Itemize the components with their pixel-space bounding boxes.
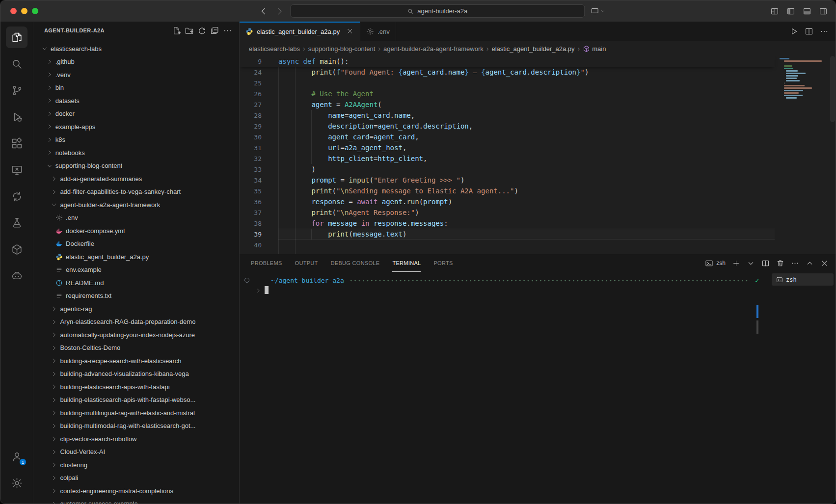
zoom-window-button[interactable] <box>32 8 38 14</box>
tree-item-bin[interactable]: bin <box>33 81 239 95</box>
chevron-right-icon[interactable] <box>51 188 58 196</box>
line-number[interactable]: 31 <box>240 144 278 152</box>
tree-item-requirements.txt[interactable]: requirements.txt <box>33 290 239 303</box>
tree-item-colpali[interactable]: colpali <box>33 472 239 485</box>
line-number[interactable]: 29 <box>240 123 278 130</box>
tree-item-elastic_agent_builder_a2a.py[interactable]: elastic_agent_builder_a2a.py <box>33 250 239 264</box>
tree-item-clustering[interactable]: clustering <box>33 458 239 472</box>
tree-item-building-multilingual-rag-with-elastic-and-mistral[interactable]: building-multilingual-rag-with-elastic-a… <box>33 406 239 420</box>
back-icon[interactable] <box>259 6 269 16</box>
code-line[interactable]: 27 agent = A2AAgent( <box>240 99 775 110</box>
more-icon[interactable] <box>791 259 799 267</box>
activity-copilot-button[interactable] <box>6 265 27 287</box>
line-number[interactable]: 39 <box>240 231 278 238</box>
forward-icon[interactable] <box>274 6 284 16</box>
customize-layout-icon[interactable] <box>770 7 779 16</box>
breadcrumb-item-agent-builder-a2a-agent-framework[interactable]: agent-builder-a2a-agent-framework <box>383 45 484 53</box>
line-number[interactable]: 40 <box>240 241 278 249</box>
chevron-right-icon[interactable] <box>46 58 54 66</box>
tab-elastic_agent_builder_a2a.py[interactable]: elastic_agent_builder_a2a.py <box>240 22 360 41</box>
code-line[interactable]: 41 <box>240 250 775 254</box>
chevron-right-icon[interactable] <box>46 149 54 157</box>
chevron-down-icon[interactable] <box>41 45 49 53</box>
panel-tab-problems[interactable]: PROBLEMS <box>251 254 282 272</box>
tree-item-agentic-rag[interactable]: agentic-rag <box>33 302 239 316</box>
code-line[interactable]: 33 ) <box>240 164 775 175</box>
tree-item-.env[interactable]: .env <box>33 212 239 225</box>
close-tab-icon[interactable] <box>346 27 354 35</box>
line-number[interactable]: 33 <box>240 166 278 173</box>
tree-item-context-engineering-mistral-completions[interactable]: context-engineering-mistral-completions <box>33 484 239 498</box>
code-line[interactable]: 25 <box>240 78 775 88</box>
chevron-right-icon[interactable] <box>51 305 58 313</box>
code-line[interactable]: 37 print("\nAgent Response:") <box>240 207 775 218</box>
tree-item-k8s[interactable]: k8s <box>33 133 239 147</box>
code-line[interactable]: 40 <box>240 239 775 250</box>
tree-item-datasets[interactable]: datasets <box>33 94 239 107</box>
chevron-right-icon[interactable] <box>51 396 58 404</box>
chevron-right-icon[interactable] <box>51 500 58 504</box>
run-icon[interactable] <box>789 27 798 36</box>
tree-item-add-ai-generated-summaries[interactable]: add-ai-generated-summaries <box>33 172 239 186</box>
breadcrumb-item-supporting-blog-content[interactable]: supporting-blog-content <box>308 45 376 53</box>
close-window-button[interactable] <box>10 8 17 14</box>
editor-scrollbar[interactable] <box>830 56 835 122</box>
activity-extensions-button[interactable] <box>6 133 27 154</box>
tree-item-docker[interactable]: docker <box>33 107 239 121</box>
line-number[interactable]: 37 <box>240 209 278 216</box>
terminal-icon[interactable] <box>705 259 713 267</box>
tree-item-building-multimodal-rag-with-elasticsearch-got...[interactable]: building-multimodal-rag-with-elasticsear… <box>33 420 239 433</box>
line-number[interactable]: 26 <box>240 90 278 98</box>
tree-item-README.md[interactable]: README.md <box>33 276 239 290</box>
tree-item-customer-success-example[interactable]: customer-success-example <box>33 498 239 504</box>
refresh-icon[interactable] <box>197 26 207 35</box>
tree-item-automatically-updating-your-index-nodejs-azure[interactable]: automatically-updating-your-index-nodejs… <box>33 328 239 342</box>
tree-item-docker-compose.yml[interactable]: docker-compose.yml <box>33 224 239 238</box>
chevron-right-icon[interactable] <box>51 357 58 365</box>
chevron-right-icon[interactable] <box>51 331 58 339</box>
activity-testing-button[interactable] <box>6 212 27 234</box>
chevron-right-icon[interactable] <box>51 409 58 417</box>
sticky-scroll[interactable]: 9async def main(): <box>240 56 775 67</box>
command-center-search[interactable]: agent-builder-a2a <box>290 4 585 18</box>
line-number[interactable]: 35 <box>240 187 278 195</box>
tree-item-.venv[interactable]: .venv <box>33 68 239 81</box>
code-line[interactable]: 32 http_client=http_client, <box>240 153 775 164</box>
line-number[interactable]: 27 <box>240 101 278 108</box>
tree-item-elasticsearch-labs[interactable]: elasticsearch-labs <box>33 42 239 55</box>
tree-item-Aryn-elasticsearch-RAG-data-preparation-demo[interactable]: Aryn-elasticsearch-RAG-data-preparation-… <box>33 316 239 329</box>
code-line[interactable]: 28 name=agent_card.name, <box>240 110 775 121</box>
breadcrumb-item-elastic_agent_builder_a2a.py[interactable]: elastic_agent_builder_a2a.py <box>491 45 574 53</box>
activity-sync-button[interactable] <box>6 186 27 207</box>
chevron-right-icon[interactable] <box>51 448 58 456</box>
minimap[interactable] <box>780 58 829 254</box>
chevron-right-icon[interactable] <box>51 370 58 378</box>
code-line[interactable]: 31 url=a2a_agent_host, <box>240 142 775 153</box>
new-folder-icon[interactable] <box>185 26 194 35</box>
file-tree[interactable]: elasticsearch-labs.github.venvbindataset… <box>33 39 239 504</box>
more-icon[interactable] <box>223 26 232 35</box>
tree-item-supporting-blog-content[interactable]: supporting-blog-content <box>33 159 239 173</box>
close-icon[interactable] <box>820 259 829 267</box>
line-number[interactable]: 28 <box>240 112 278 119</box>
line-number[interactable]: 25 <box>240 80 278 87</box>
activity-accounts-button[interactable]: 1 <box>6 446 27 467</box>
chevron-right-icon[interactable] <box>51 435 58 443</box>
tree-item-clip-vector-search-roboflow[interactable]: clip-vector-search-roboflow <box>33 432 239 446</box>
panel-tab-debug-console[interactable]: DEBUG CONSOLE <box>331 254 380 272</box>
line-number[interactable]: 30 <box>240 133 278 141</box>
toggle-primary-sidebar-icon[interactable] <box>786 7 795 16</box>
toggle-secondary-sidebar-icon[interactable] <box>819 7 828 16</box>
plus-icon[interactable] <box>732 259 740 267</box>
panel-tab-ports[interactable]: PORTS <box>433 254 453 272</box>
activity-explorer-button[interactable] <box>6 27 27 48</box>
chevron-right-icon[interactable] <box>46 136 54 144</box>
tree-item-notebooks[interactable]: notebooks <box>33 146 239 159</box>
terminal-profile-label[interactable]: zsh <box>716 260 726 266</box>
new-file-icon[interactable] <box>172 26 181 35</box>
terminal-overview-mark-gray[interactable] <box>756 320 758 334</box>
panel-tab-output[interactable]: OUTPUT <box>295 254 318 272</box>
line-number[interactable]: 34 <box>240 177 278 184</box>
line-number[interactable]: 24 <box>240 69 278 76</box>
breadcrumb-item-elasticsearch-labs[interactable]: elasticsearch-labs <box>249 45 300 53</box>
